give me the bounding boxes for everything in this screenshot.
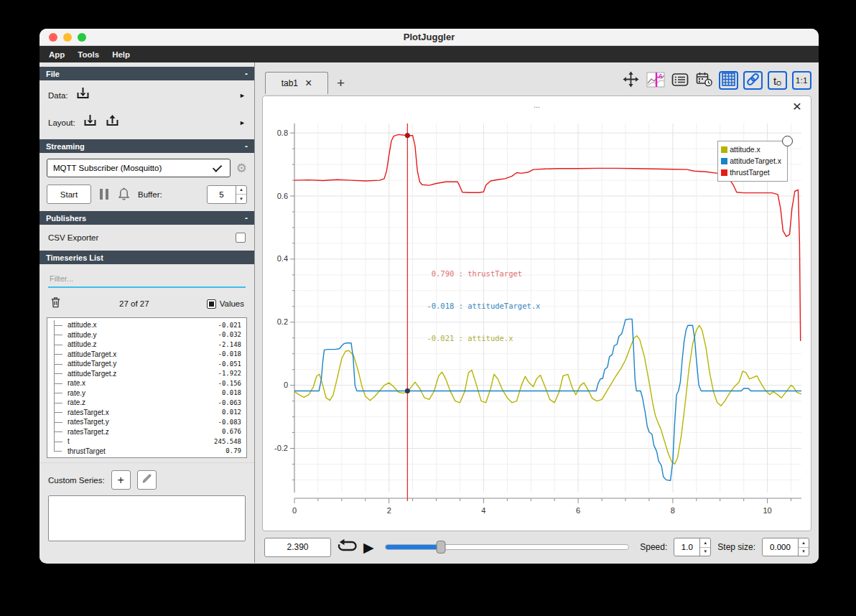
section-header-streaming[interactable]: Streaming - [39,139,254,153]
bell-icon[interactable] [117,186,131,203]
plot-legend[interactable]: attitude.x attitudeTarget.x thrustTarget [717,141,788,182]
series-name: attitude.z [66,340,97,348]
datetime-button[interactable] [694,71,714,90]
start-streaming-button[interactable]: Start [47,185,91,204]
list-item[interactable]: attitudeTarget.y-0.051 [49,359,245,369]
step-size-spinbox[interactable]: 0.000 ▲ ▼ [762,538,809,556]
buffer-up-icon[interactable]: ▲ [236,186,246,195]
series-value: -0.063 [218,399,245,406]
menu-help[interactable]: Help [106,50,136,59]
list-item[interactable]: rate.x-0.156 [49,378,245,388]
tooltip-line: 0.790 : thrustTarget [427,269,540,279]
list-item[interactable]: thrustTarget0.79 [49,447,245,457]
custom-series-list[interactable] [48,495,246,541]
load-layout-button[interactable] [83,114,98,131]
speed-label: Speed: [640,542,667,552]
ratio-icon: 1:1 [796,76,808,85]
list-item[interactable]: t245.548 [49,437,245,447]
list-item[interactable]: attitude.x-0.021 [49,320,245,330]
add-custom-series-button[interactable]: + [111,470,131,490]
series-value: -0.021 [218,322,245,329]
collapse-file-icon[interactable]: - [245,69,248,79]
step-down-icon[interactable]: ▼ [799,548,809,556]
loop-button[interactable] [338,538,357,556]
series-count: 27 of 27 [62,299,207,308]
list-item[interactable]: rate.z-0.063 [49,398,245,408]
zoom-window-button[interactable] [78,33,86,42]
link-axes-button[interactable] [743,71,763,90]
list-item[interactable]: rate.y0.018 [49,388,245,398]
data-submenu-arrow-icon[interactable]: ► [239,92,246,99]
pause-icon[interactable] [98,189,110,200]
play-button[interactable]: ▶ [363,541,374,554]
tab-tab1[interactable]: tab1 × [265,72,328,94]
plotjuggler-window: PlotJuggler App Tools Help File - Data: … [39,29,819,564]
menu-tools[interactable]: Tools [71,50,106,59]
save-layout-button[interactable] [105,114,120,131]
time-offset-button[interactable]: t O [768,71,787,90]
list-item[interactable]: ratesTarget.z0.676 [49,427,245,437]
series-name: rate.y [66,389,85,397]
legend-entry[interactable]: attitude.x [721,144,781,155]
series-value: -0.018 [218,350,245,358]
ratio-button[interactable]: 1:1 [792,71,811,90]
svg-text:0: 0 [284,381,288,389]
list-item[interactable]: ratesTarget.y-0.083 [49,417,245,427]
tree-branch-icon [54,359,66,369]
streaming-source-select[interactable]: MQTT Subscriber (Mosquitto) [47,159,231,177]
series-value: 0.012 [222,409,245,416]
tab-close-icon[interactable]: × [305,78,312,89]
list-item[interactable]: ratesTarget.x0.012 [49,408,245,418]
legend-handle-icon[interactable] [782,136,793,146]
section-header-publishers[interactable]: Publishers - [39,211,254,225]
legend-entry[interactable]: attitudeTarget.x [721,155,781,167]
filter-input[interactable] [48,271,246,288]
list-item[interactable]: attitudeTarget.x-0.018 [49,350,245,360]
series-value: 0.79 [225,447,245,454]
minimize-window-button[interactable] [63,33,72,42]
time-slider[interactable] [385,541,630,554]
close-window-button[interactable] [49,33,57,42]
section-header-timeseries[interactable]: Timeseries List [39,251,254,264]
plot-canvas[interactable]: 0.80.60.40.20-0.20246810 attitude.x atti… [264,113,809,531]
menu-app[interactable]: App [42,50,71,59]
new-tab-button[interactable]: + [337,75,345,91]
collapse-streaming-icon[interactable]: - [245,141,248,151]
play-icon: ▶ [363,541,374,554]
fullscreen-button[interactable] [621,71,641,90]
edit-custom-series-button[interactable] [137,470,157,490]
step-up-icon[interactable]: ▲ [799,538,809,548]
speed-down-icon[interactable]: ▼ [700,548,710,556]
time-field[interactable] [264,538,331,557]
list-item[interactable]: attitude.z-2.148 [49,340,245,350]
collapse-publishers-icon[interactable]: - [245,213,248,223]
buffer-spinbox[interactable]: 5 ▲ ▼ [207,185,247,204]
tracker-button[interactable]: A [646,71,665,90]
gear-icon[interactable]: ⚙ [236,162,247,174]
grid-toggle-button[interactable] [719,71,738,90]
legend-swatch-attitudetarget-x [721,158,727,164]
timeseries-section-title: Timeseries List [46,253,103,262]
values-toggle[interactable]: Values [207,299,244,309]
buffer-down-icon[interactable]: ▼ [236,195,246,203]
list-item[interactable]: attitudeTarget.z-1.922 [49,369,245,379]
curve-list-button[interactable] [670,71,689,90]
trash-icon[interactable] [50,296,62,312]
plot-widget: ... × 0.80.60.40.20-0.20246810 attitude.… [262,95,811,531]
plot-close-icon[interactable]: × [793,98,801,113]
layout-submenu-arrow-icon[interactable]: ► [239,119,246,126]
speed-up-icon[interactable]: ▲ [700,538,710,548]
series-name: attitudeTarget.z [66,370,116,378]
load-data-button[interactable] [75,87,90,103]
legend-label: attitude.x [730,145,760,154]
speed-spinbox[interactable]: 1.0 ▲ ▼ [674,538,711,556]
list-item[interactable]: attitude.y-0.032 [49,330,245,340]
section-header-file[interactable]: File - [39,67,254,80]
legend-entry[interactable]: thrustTarget [721,167,781,178]
csv-exporter-checkbox[interactable] [236,233,246,243]
series-value: 0.676 [222,428,245,435]
svg-text:0.2: 0.2 [277,317,288,326]
legend-swatch-attitude-x [721,146,727,153]
slider-handle[interactable] [436,541,445,554]
timeseries-list[interactable]: attitude.x-0.021 attitude.y-0.032 attitu… [47,317,247,458]
